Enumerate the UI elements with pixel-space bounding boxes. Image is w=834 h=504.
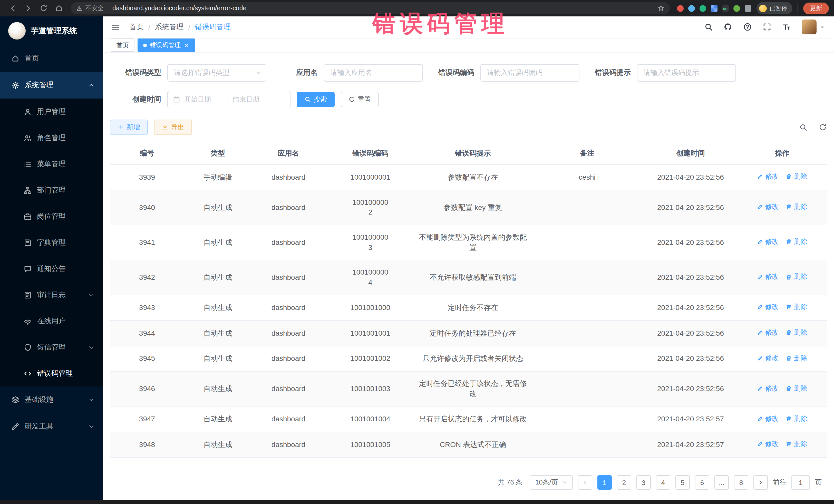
extension-icon-blue[interactable]	[688, 5, 695, 12]
end-date-input[interactable]	[232, 95, 272, 104]
pager-page-6[interactable]: 6	[695, 475, 709, 490]
menu-toggle-icon[interactable]	[111, 23, 120, 32]
sidebar-item-home[interactable]: 首页	[0, 45, 103, 72]
forward-icon[interactable]	[24, 4, 32, 12]
home-icon[interactable]	[55, 4, 63, 12]
extension-icon-red[interactable]	[677, 5, 683, 12]
filter-app-input[interactable]	[324, 64, 423, 81]
breadcrumb-system[interactable]: 系统管理	[155, 23, 184, 32]
address-bar[interactable]: 不安全 dashboard.yudao.iocoder.cn/system/er…	[71, 2, 670, 14]
extension-icon-on[interactable]	[722, 5, 728, 12]
list-icon	[24, 160, 32, 168]
close-tab-icon[interactable]	[184, 42, 190, 48]
update-button[interactable]: 更新	[803, 2, 829, 14]
delete-link[interactable]: 删除	[786, 202, 807, 212]
delete-link[interactable]: 删除	[786, 328, 807, 337]
column-header-remark: 备注	[531, 143, 643, 165]
pager-page-3[interactable]: 3	[636, 475, 651, 490]
breadcrumb-home[interactable]: 首页	[129, 23, 144, 32]
edit-link[interactable]: 修改	[757, 328, 778, 337]
caret-down-icon[interactable]	[820, 25, 825, 30]
prev-page-button[interactable]	[578, 475, 592, 490]
filter-code-input[interactable]	[480, 64, 579, 81]
user-avatar[interactable]	[802, 20, 816, 35]
sidebar-item-user[interactable]: 用户管理	[0, 98, 103, 125]
edit-link[interactable]: 修改	[757, 440, 778, 449]
cell-app: dashboard	[251, 321, 325, 346]
search-button[interactable]: 搜索	[297, 92, 335, 107]
reset-button[interactable]: 重置	[341, 92, 379, 107]
filter-type-select[interactable]: 请选择错误码类型	[167, 64, 266, 81]
search-icon[interactable]	[704, 23, 713, 31]
sidebar-item-role[interactable]: 角色管理	[0, 125, 103, 151]
sidebar-item-system[interactable]: 系统管理	[0, 72, 103, 98]
table-search-icon[interactable]	[799, 123, 807, 131]
delete-link[interactable]: 删除	[786, 272, 807, 282]
infra-icon	[11, 396, 20, 404]
delete-link[interactable]: 删除	[786, 172, 807, 181]
sidebar-item-sms[interactable]: 短信管理	[0, 334, 103, 360]
filter-date-range[interactable]: -	[167, 91, 290, 108]
start-date-input[interactable]	[183, 95, 223, 104]
pager-page-1[interactable]: 1	[597, 475, 612, 490]
page-size-select[interactable]: 10条/页	[530, 475, 573, 490]
edit-link[interactable]: 修改	[757, 384, 778, 393]
extension-icon-puzzle[interactable]	[744, 5, 751, 12]
chevron-left-icon	[582, 479, 588, 485]
goto-page-input[interactable]	[791, 475, 810, 490]
sidebar-item-menu[interactable]: 菜单管理	[0, 151, 103, 177]
tab-home[interactable]: 首页	[111, 39, 134, 52]
fullscreen-icon[interactable]	[763, 23, 771, 31]
edit-link[interactable]: 修改	[757, 354, 778, 363]
sidebar-item-label: 审计日志	[37, 290, 66, 300]
edit-link[interactable]: 修改	[757, 414, 778, 423]
sidebar-item-dept[interactable]: 部门管理	[0, 177, 103, 203]
sidebar-item-audit-log[interactable]: 审计日志	[0, 282, 103, 308]
extension-icon-grid[interactable]	[710, 5, 717, 12]
cell-app: dashboard	[251, 346, 325, 372]
edit-link[interactable]: 修改	[757, 237, 778, 247]
table-refresh-icon[interactable]	[819, 123, 827, 131]
add-button[interactable]: 新增	[110, 119, 148, 135]
cell-id: 3942	[110, 260, 184, 295]
filter-msg-input[interactable]	[637, 64, 736, 81]
pager-page-8[interactable]: 8	[734, 475, 748, 490]
edit-icon	[757, 386, 763, 392]
delete-link[interactable]: 删除	[786, 384, 807, 393]
tab-error-code[interactable]: 错误码管理	[137, 39, 195, 52]
edit-link[interactable]: 修改	[757, 202, 778, 212]
sidebar-item-infra[interactable]: 基础设施	[0, 387, 103, 413]
delete-link[interactable]: 删除	[786, 237, 807, 247]
edit-link[interactable]: 修改	[757, 272, 778, 282]
delete-link[interactable]: 删除	[786, 440, 807, 449]
sidebar-item-devtools[interactable]: 研发工具	[0, 413, 103, 440]
extension-icon-leaf[interactable]	[733, 5, 740, 12]
pager-page-5[interactable]: 5	[675, 475, 690, 490]
github-icon[interactable]	[724, 23, 732, 31]
sidebar-item-error-code[interactable]: 错误码管理	[0, 360, 103, 387]
sidebar-item-notice[interactable]: 通知公告	[0, 256, 103, 282]
delete-link[interactable]: 删除	[786, 354, 807, 363]
export-button[interactable]: 导出	[154, 119, 192, 135]
edit-link[interactable]: 修改	[757, 172, 778, 181]
extension-icon-green[interactable]	[699, 5, 706, 12]
star-icon[interactable]	[657, 5, 664, 12]
delete-link[interactable]: 删除	[786, 303, 807, 312]
back-icon[interactable]	[9, 4, 17, 12]
sidebar-item-post[interactable]: 岗位管理	[0, 203, 103, 229]
font-size-icon[interactable]	[782, 23, 791, 31]
profile-chip[interactable]: 已暂停	[756, 2, 792, 14]
reload-icon[interactable]	[40, 4, 48, 12]
delete-link[interactable]: 删除	[786, 414, 807, 423]
sidebar-item-online-user[interactable]: 在线用户	[0, 308, 103, 334]
pager-page-4[interactable]: 4	[656, 475, 670, 490]
pager-ellipsis[interactable]: ...	[715, 475, 729, 490]
plus-icon	[117, 124, 124, 130]
edit-link[interactable]: 修改	[757, 303, 778, 312]
sidebar-item-label: 用户管理	[37, 107, 66, 116]
pager-page-2[interactable]: 2	[617, 475, 631, 490]
question-icon[interactable]	[743, 23, 752, 31]
sidebar-item-dict[interactable]: 字典管理	[0, 229, 103, 256]
cell-code: 1001001000	[325, 295, 415, 321]
next-page-button[interactable]	[753, 475, 768, 490]
